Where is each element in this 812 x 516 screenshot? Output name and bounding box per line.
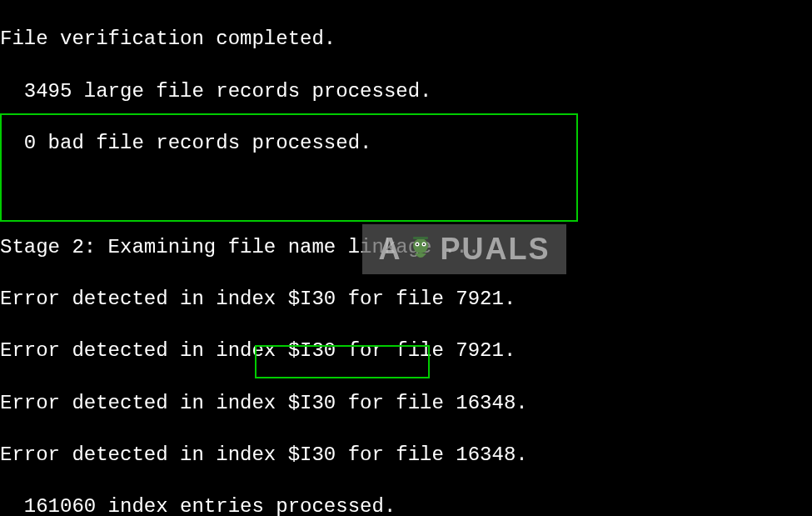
appuals-watermark: A PUALS bbox=[362, 224, 566, 274]
output-line-error: Error detected in index $I30 for file 16… bbox=[0, 390, 812, 416]
output-line: 3495 large file records processed. bbox=[0, 78, 812, 104]
output-line: File verification completed. bbox=[0, 26, 812, 52]
output-line-error: Error detected in index $I30 for file 16… bbox=[0, 442, 812, 468]
watermark-suffix: PUALS bbox=[440, 230, 550, 269]
output-line-error: Error detected in index $I30 for file 79… bbox=[0, 286, 812, 312]
svg-rect-5 bbox=[413, 237, 428, 239]
output-line-error: Error detected in index $I30 for file 79… bbox=[0, 338, 812, 363]
svg-point-3 bbox=[416, 243, 418, 245]
svg-point-0 bbox=[413, 238, 428, 253]
svg-point-4 bbox=[423, 243, 425, 245]
output-line bbox=[0, 182, 812, 208]
watermark-prefix: A bbox=[378, 230, 401, 269]
mascot-icon bbox=[405, 233, 436, 265]
output-line: 161060 index entries processed. bbox=[0, 493, 812, 516]
output-line: 0 bad file records processed. bbox=[0, 130, 812, 156]
